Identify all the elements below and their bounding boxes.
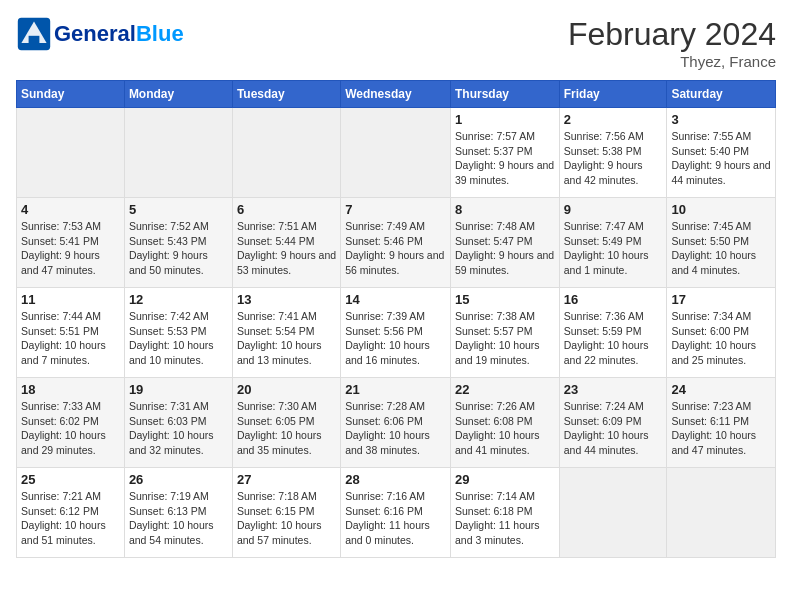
calendar-cell: 19Sunrise: 7:31 AMSunset: 6:03 PMDayligh… — [124, 378, 232, 468]
calendar-week-row: 11Sunrise: 7:44 AMSunset: 5:51 PMDayligh… — [17, 288, 776, 378]
weekday-header: Saturday — [667, 81, 776, 108]
day-info: Sunrise: 7:33 AMSunset: 6:02 PMDaylight:… — [21, 399, 120, 458]
day-info: Sunrise: 7:31 AMSunset: 6:03 PMDaylight:… — [129, 399, 228, 458]
calendar-cell — [17, 108, 125, 198]
day-info: Sunrise: 7:57 AMSunset: 5:37 PMDaylight:… — [455, 129, 555, 188]
day-info: Sunrise: 7:39 AMSunset: 5:56 PMDaylight:… — [345, 309, 446, 368]
day-number: 25 — [21, 472, 120, 487]
calendar-week-row: 4Sunrise: 7:53 AMSunset: 5:41 PMDaylight… — [17, 198, 776, 288]
day-info: Sunrise: 7:23 AMSunset: 6:11 PMDaylight:… — [671, 399, 771, 458]
day-info: Sunrise: 7:55 AMSunset: 5:40 PMDaylight:… — [671, 129, 771, 188]
calendar-cell: 11Sunrise: 7:44 AMSunset: 5:51 PMDayligh… — [17, 288, 125, 378]
page-subtitle: Thyez, France — [568, 53, 776, 70]
calendar-cell: 21Sunrise: 7:28 AMSunset: 6:06 PMDayligh… — [341, 378, 451, 468]
calendar-cell: 24Sunrise: 7:23 AMSunset: 6:11 PMDayligh… — [667, 378, 776, 468]
day-info: Sunrise: 7:14 AMSunset: 6:18 PMDaylight:… — [455, 489, 555, 548]
calendar-table: SundayMondayTuesdayWednesdayThursdayFrid… — [16, 80, 776, 558]
day-number: 4 — [21, 202, 120, 217]
day-number: 22 — [455, 382, 555, 397]
day-info: Sunrise: 7:38 AMSunset: 5:57 PMDaylight:… — [455, 309, 555, 368]
day-number: 28 — [345, 472, 446, 487]
weekday-header: Monday — [124, 81, 232, 108]
calendar-cell: 12Sunrise: 7:42 AMSunset: 5:53 PMDayligh… — [124, 288, 232, 378]
calendar-cell: 28Sunrise: 7:16 AMSunset: 6:16 PMDayligh… — [341, 468, 451, 558]
day-info: Sunrise: 7:21 AMSunset: 6:12 PMDaylight:… — [21, 489, 120, 548]
weekday-header: Tuesday — [232, 81, 340, 108]
calendar-cell: 22Sunrise: 7:26 AMSunset: 6:08 PMDayligh… — [450, 378, 559, 468]
day-number: 26 — [129, 472, 228, 487]
day-number: 20 — [237, 382, 336, 397]
calendar-header-row: SundayMondayTuesdayWednesdayThursdayFrid… — [17, 81, 776, 108]
day-info: Sunrise: 7:42 AMSunset: 5:53 PMDaylight:… — [129, 309, 228, 368]
weekday-header: Friday — [559, 81, 667, 108]
page-header: GeneralBlue February 2024 Thyez, France — [16, 16, 776, 70]
calendar-cell: 18Sunrise: 7:33 AMSunset: 6:02 PMDayligh… — [17, 378, 125, 468]
calendar-cell — [667, 468, 776, 558]
day-info: Sunrise: 7:18 AMSunset: 6:15 PMDaylight:… — [237, 489, 336, 548]
day-number: 17 — [671, 292, 771, 307]
calendar-week-row: 18Sunrise: 7:33 AMSunset: 6:02 PMDayligh… — [17, 378, 776, 468]
day-info: Sunrise: 7:28 AMSunset: 6:06 PMDaylight:… — [345, 399, 446, 458]
title-block: February 2024 Thyez, France — [568, 16, 776, 70]
day-info: Sunrise: 7:56 AMSunset: 5:38 PMDaylight:… — [564, 129, 663, 188]
day-number: 2 — [564, 112, 663, 127]
calendar-cell: 5Sunrise: 7:52 AMSunset: 5:43 PMDaylight… — [124, 198, 232, 288]
day-info: Sunrise: 7:34 AMSunset: 6:00 PMDaylight:… — [671, 309, 771, 368]
day-info: Sunrise: 7:30 AMSunset: 6:05 PMDaylight:… — [237, 399, 336, 458]
day-number: 19 — [129, 382, 228, 397]
day-info: Sunrise: 7:44 AMSunset: 5:51 PMDaylight:… — [21, 309, 120, 368]
day-number: 27 — [237, 472, 336, 487]
calendar-cell: 23Sunrise: 7:24 AMSunset: 6:09 PMDayligh… — [559, 378, 667, 468]
day-number: 15 — [455, 292, 555, 307]
calendar-cell: 8Sunrise: 7:48 AMSunset: 5:47 PMDaylight… — [450, 198, 559, 288]
day-info: Sunrise: 7:19 AMSunset: 6:13 PMDaylight:… — [129, 489, 228, 548]
day-info: Sunrise: 7:53 AMSunset: 5:41 PMDaylight:… — [21, 219, 120, 278]
calendar-week-row: 1Sunrise: 7:57 AMSunset: 5:37 PMDaylight… — [17, 108, 776, 198]
calendar-cell: 25Sunrise: 7:21 AMSunset: 6:12 PMDayligh… — [17, 468, 125, 558]
calendar-cell: 15Sunrise: 7:38 AMSunset: 5:57 PMDayligh… — [450, 288, 559, 378]
day-number: 5 — [129, 202, 228, 217]
calendar-cell: 7Sunrise: 7:49 AMSunset: 5:46 PMDaylight… — [341, 198, 451, 288]
svg-rect-2 — [29, 36, 40, 43]
day-number: 7 — [345, 202, 446, 217]
weekday-header: Sunday — [17, 81, 125, 108]
day-info: Sunrise: 7:45 AMSunset: 5:50 PMDaylight:… — [671, 219, 771, 278]
day-info: Sunrise: 7:47 AMSunset: 5:49 PMDaylight:… — [564, 219, 663, 278]
day-info: Sunrise: 7:48 AMSunset: 5:47 PMDaylight:… — [455, 219, 555, 278]
day-number: 16 — [564, 292, 663, 307]
day-info: Sunrise: 7:36 AMSunset: 5:59 PMDaylight:… — [564, 309, 663, 368]
day-info: Sunrise: 7:24 AMSunset: 6:09 PMDaylight:… — [564, 399, 663, 458]
page-title: February 2024 — [568, 16, 776, 53]
calendar-cell: 4Sunrise: 7:53 AMSunset: 5:41 PMDaylight… — [17, 198, 125, 288]
weekday-header: Wednesday — [341, 81, 451, 108]
day-number: 13 — [237, 292, 336, 307]
day-number: 12 — [129, 292, 228, 307]
day-number: 8 — [455, 202, 555, 217]
day-number: 10 — [671, 202, 771, 217]
logo: GeneralBlue — [16, 16, 184, 52]
weekday-header: Thursday — [450, 81, 559, 108]
calendar-cell: 20Sunrise: 7:30 AMSunset: 6:05 PMDayligh… — [232, 378, 340, 468]
day-number: 14 — [345, 292, 446, 307]
calendar-cell — [559, 468, 667, 558]
calendar-cell — [124, 108, 232, 198]
day-number: 29 — [455, 472, 555, 487]
calendar-cell: 27Sunrise: 7:18 AMSunset: 6:15 PMDayligh… — [232, 468, 340, 558]
calendar-cell: 1Sunrise: 7:57 AMSunset: 5:37 PMDaylight… — [450, 108, 559, 198]
day-info: Sunrise: 7:41 AMSunset: 5:54 PMDaylight:… — [237, 309, 336, 368]
day-info: Sunrise: 7:26 AMSunset: 6:08 PMDaylight:… — [455, 399, 555, 458]
calendar-cell: 14Sunrise: 7:39 AMSunset: 5:56 PMDayligh… — [341, 288, 451, 378]
calendar-week-row: 25Sunrise: 7:21 AMSunset: 6:12 PMDayligh… — [17, 468, 776, 558]
calendar-cell: 26Sunrise: 7:19 AMSunset: 6:13 PMDayligh… — [124, 468, 232, 558]
calendar-cell: 9Sunrise: 7:47 AMSunset: 5:49 PMDaylight… — [559, 198, 667, 288]
day-number: 23 — [564, 382, 663, 397]
logo-general: General — [54, 21, 136, 46]
calendar-cell: 2Sunrise: 7:56 AMSunset: 5:38 PMDaylight… — [559, 108, 667, 198]
day-number: 21 — [345, 382, 446, 397]
day-number: 18 — [21, 382, 120, 397]
day-info: Sunrise: 7:49 AMSunset: 5:46 PMDaylight:… — [345, 219, 446, 278]
day-number: 24 — [671, 382, 771, 397]
calendar-cell: 16Sunrise: 7:36 AMSunset: 5:59 PMDayligh… — [559, 288, 667, 378]
day-number: 1 — [455, 112, 555, 127]
calendar-cell: 6Sunrise: 7:51 AMSunset: 5:44 PMDaylight… — [232, 198, 340, 288]
